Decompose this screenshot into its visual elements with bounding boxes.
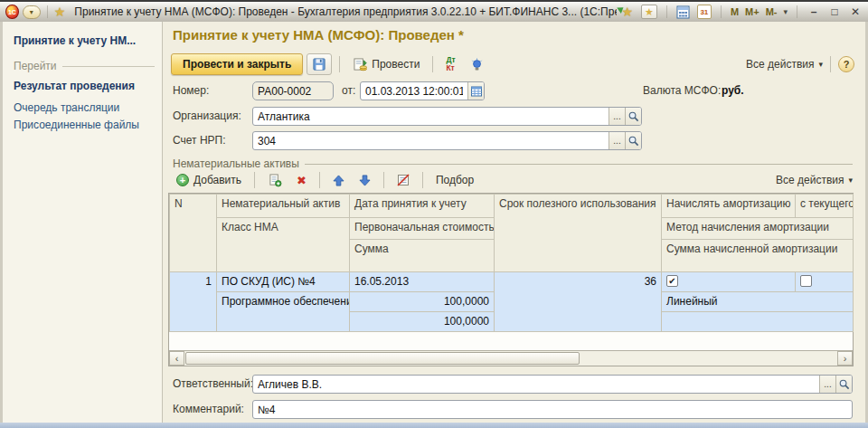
organization-label: Организация: (173, 109, 241, 122)
table-all-actions-button[interactable]: Все действия ▾ (776, 174, 853, 186)
page-title: Принятие к учету НМА (МСФО): Проведен * (173, 27, 464, 43)
assets-toolbar: + Добавить ✖ (171, 169, 853, 191)
accrue-checkbox[interactable] (666, 275, 678, 287)
delete-row-button[interactable]: ✖ (291, 169, 312, 191)
open-button[interactable] (835, 376, 852, 393)
sidebar-goto-label: Перейти (14, 60, 57, 72)
sidebar-current-item[interactable]: Принятие к учету НМ... (14, 34, 136, 47)
table-row[interactable]: 1 ПО СКУД (ИС) №4 16.05.2013 36 Программ… (170, 272, 854, 332)
close-button[interactable]: ✕ (848, 5, 863, 18)
responsible-input[interactable] (253, 376, 819, 393)
titlebar-actions: ★ ★ 31 M M+ M- ▾ – □ ✕ (620, 5, 863, 19)
choose-button[interactable]: ... (609, 132, 625, 149)
minimize-button[interactable]: – (807, 5, 821, 18)
col-header-initial-cost[interactable]: Первоначальная стоимость (350, 218, 495, 240)
explain-button[interactable] (465, 53, 490, 75)
col-header-useful-life[interactable]: Срок полезного использования (495, 195, 662, 272)
assets-table: N Нематериальный актив Дата принятия к у… (168, 193, 854, 366)
scrollbar-thumb[interactable] (185, 352, 580, 365)
arrow-down-icon (359, 175, 371, 186)
memory-recall-button[interactable]: M (731, 6, 739, 17)
col-header-accrue[interactable]: Начислять амортизацию (662, 195, 796, 218)
maximize-button[interactable]: □ (827, 5, 842, 18)
col-header-asset-class[interactable]: Класс НМА (217, 218, 350, 272)
cell-useful-life[interactable]: 36 (495, 272, 662, 332)
debit-credit-icon: ДтКт (446, 56, 455, 72)
pick-label: Подбор (436, 174, 474, 186)
cell-from-current[interactable] (796, 272, 854, 292)
cell-amount[interactable]: 100,0000 (350, 312, 495, 332)
favorites-star-icon[interactable]: ★ (54, 5, 66, 18)
chevron-down-icon: ▾ (848, 176, 853, 185)
col-header-method[interactable]: Метод начисления амортизации (662, 218, 854, 240)
number-input[interactable] (253, 82, 333, 100)
horizontal-scrollbar[interactable]: ‹ › (169, 350, 853, 366)
calendar-icon[interactable]: 31 (697, 5, 712, 19)
post-document-icon (353, 57, 367, 71)
organization-input[interactable] (253, 108, 609, 125)
pick-button[interactable]: Подбор (430, 169, 479, 191)
cell-accrue[interactable] (662, 272, 796, 292)
col-header-asset[interactable]: Нематериальный актив (217, 195, 350, 218)
move-down-button[interactable] (354, 169, 376, 191)
1c-logo-icon[interactable]: 1С (5, 5, 19, 19)
account-label: Счет НРП: (173, 134, 226, 147)
calendar-picker-button[interactable] (467, 82, 484, 100)
all-actions-button[interactable]: Все действия ▾ (746, 58, 823, 71)
scroll-left-button[interactable]: ‹ (169, 351, 184, 366)
cell-asset[interactable]: ПО СКУД (ИС) №4 (217, 272, 350, 292)
post-button-label: Провести (372, 58, 420, 71)
add-to-favorites-icon[interactable]: ★ (620, 5, 635, 19)
date-field[interactable] (360, 81, 485, 100)
divider (422, 172, 423, 188)
col-header-from-current[interactable]: с текущего (796, 195, 854, 218)
cell-accrued-amount[interactable] (662, 312, 854, 332)
chevron-down-icon[interactable]: ▾ (783, 7, 788, 16)
scroll-right-button[interactable]: › (837, 351, 853, 366)
memory-add-button[interactable]: M+ (745, 6, 760, 17)
calculator-icon[interactable] (676, 5, 691, 19)
window-border-bottom (0, 423, 868, 428)
post-and-close-button[interactable]: Провести и закрыть (171, 53, 303, 75)
account-input[interactable] (253, 132, 609, 149)
cell-asset-class[interactable]: Программное обеспечение (217, 292, 350, 332)
help-button[interactable]: ? (838, 56, 854, 72)
number-field[interactable] (252, 81, 334, 100)
sidebar-item-translation-queue[interactable]: Очередь трансляции (14, 101, 119, 114)
responsible-field[interactable]: ... (252, 375, 853, 394)
move-up-button[interactable] (327, 169, 350, 191)
cell-initial-cost[interactable]: 100,0000 (350, 292, 495, 312)
from-current-checkbox[interactable] (800, 275, 812, 287)
chevron-down-icon: ▾ (30, 8, 33, 16)
sidebar-item-posting-result[interactable]: Результат проведения (14, 80, 135, 92)
choose-button[interactable]: ... (609, 108, 625, 125)
col-header-accept-date[interactable]: Дата принятия к учету (350, 195, 495, 218)
copy-row-button[interactable] (262, 169, 288, 191)
titlebar: 1С ▾ ★ Принятие к учету НМА (МСФО): Пров… (0, 0, 868, 22)
add-row-button[interactable]: + Добавить (171, 169, 247, 191)
organization-field[interactable]: ... (252, 107, 642, 126)
currency-label: Валюта МСФО: (643, 84, 721, 97)
favorites-list-icon[interactable]: ★ (641, 5, 657, 19)
sidebar-item-attached-files[interactable]: Присоединенные файлы (14, 119, 139, 131)
dt-kt-button[interactable]: ДтКт (440, 53, 460, 75)
memory-subtract-button[interactable]: M- (766, 6, 778, 17)
post-button[interactable]: Провести (347, 53, 425, 75)
open-button[interactable] (625, 108, 641, 125)
cell-row-number[interactable]: 1 (170, 272, 217, 332)
save-button[interactable] (307, 53, 332, 75)
account-field[interactable]: ... (252, 131, 642, 150)
choose-button[interactable]: ... (819, 376, 835, 393)
col-header-n[interactable]: N (170, 195, 217, 272)
col-header-amount[interactable]: Сумма (350, 240, 495, 272)
organization-row: Организация: ... (163, 107, 865, 127)
edit-row-button[interactable] (392, 169, 415, 191)
window-menu-button[interactable]: ▾ (23, 5, 41, 19)
comment-field[interactable] (252, 400, 853, 419)
date-input[interactable] (361, 82, 467, 100)
col-header-accrued-amount[interactable]: Сумма начисленной амортизации (662, 240, 854, 272)
comment-input[interactable] (253, 401, 852, 418)
cell-method[interactable]: Линейный (662, 292, 854, 312)
open-button[interactable] (625, 132, 641, 149)
cell-accept-date[interactable]: 16.05.2013 (350, 272, 495, 292)
